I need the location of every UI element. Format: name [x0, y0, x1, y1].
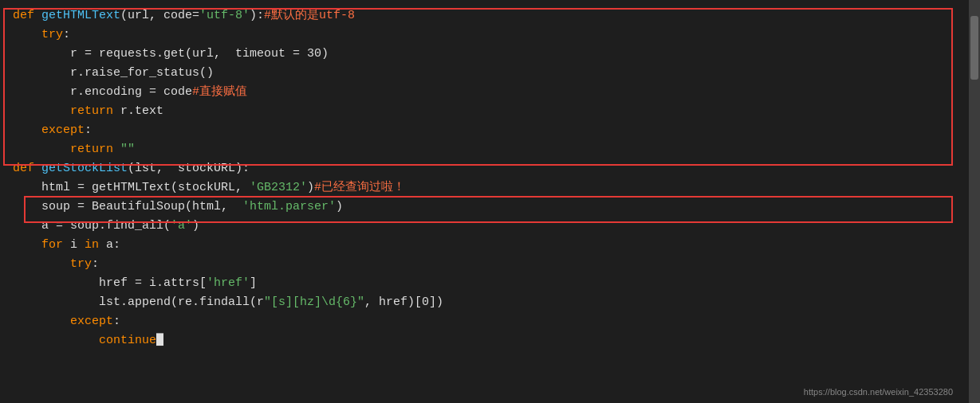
code-line: href = i.attrs['href']: [8, 274, 961, 293]
code-line: a = soup.find_all('a'): [8, 217, 961, 236]
code-line: lst.append(re.findall(r"[s][hz]\d{6}", h…: [8, 293, 961, 312]
scrollbar-thumb[interactable]: [970, 16, 978, 80]
code-line: r = requests.get(url, timeout = 30): [8, 45, 961, 64]
scrollbar[interactable]: [969, 0, 980, 403]
code-editor: def getHTMLText(url, code='utf-8'):#默认的是…: [0, 0, 969, 403]
code-line: except:: [8, 312, 961, 331]
func-name: getHTMLText: [41, 6, 120, 25]
code-line: def getHTMLText(url, code='utf-8'):#默认的是…: [8, 6, 961, 25]
code-line: try:: [8, 255, 961, 274]
code-content: def getHTMLText(url, code='utf-8'):#默认的是…: [0, 6, 969, 350]
code-line: r.encoding = code#直接赋值: [8, 83, 961, 102]
watermark: https://blog.csdn.net/weixin_42353280: [804, 387, 953, 397]
code-line: try:: [8, 25, 961, 45]
code-line: except:: [8, 121, 961, 140]
code-line: return "": [8, 140, 961, 159]
code-line: r.raise_for_status(): [8, 64, 961, 83]
code-line: return r.text: [8, 102, 961, 121]
code-line: def getStockList(lst, stockURL):: [8, 159, 961, 178]
code-line: soup = BeautifulSoup(html, 'html.parser'…: [8, 198, 961, 217]
keyword-def: def: [13, 6, 41, 25]
code-line: continue█: [8, 331, 961, 350]
code-line: for i in a:: [8, 236, 961, 255]
code-line-highlighted: html = getHTMLText(stockURL, 'GB2312')#已…: [8, 178, 961, 198]
